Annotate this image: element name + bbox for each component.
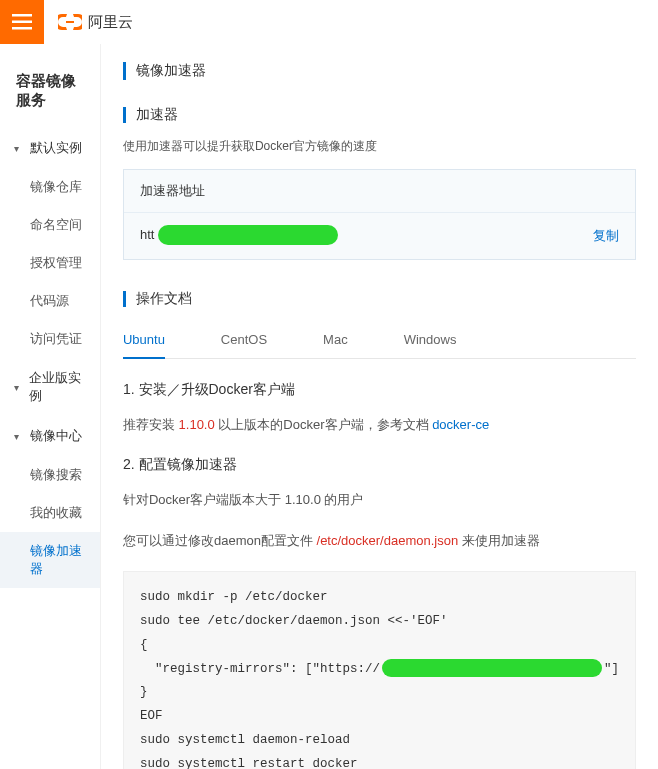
- sidebar-section-head-default[interactable]: ▾ 默认实例: [0, 128, 100, 168]
- redacted-smear: [382, 659, 602, 677]
- svg-rect-0: [12, 14, 32, 17]
- tab-centos[interactable]: CentOS: [221, 322, 267, 359]
- version-text: 1.10.0: [179, 417, 215, 432]
- docs-section-head: 操作文档: [123, 290, 636, 308]
- sidebar-item-image-search[interactable]: 镜像搜索: [0, 456, 100, 494]
- doc-paragraph-1: 推荐安装 1.10.0 以上版本的Docker客户端，参考文档 docker-c…: [123, 415, 636, 436]
- chevron-down-icon: ▾: [14, 143, 24, 154]
- redacted-smear: [158, 225, 338, 245]
- title-bar-icon: [123, 291, 126, 307]
- sidebar: 容器镜像服务 ▾ 默认实例 镜像仓库 命名空间 授权管理 代码源 访问凭证 ▾ …: [0, 44, 101, 769]
- top-header: 阿里云: [0, 0, 658, 44]
- doc-paragraph-2: 针对Docker客户端版本大于 1.10.0 的用户: [123, 490, 636, 511]
- sidebar-section-image-center: ▾ 镜像中心 镜像搜索 我的收藏 镜像加速器: [0, 416, 100, 588]
- docker-ce-link[interactable]: docker-ce: [432, 417, 489, 432]
- chevron-down-icon: ▾: [14, 431, 24, 442]
- menu-toggle-button[interactable]: [0, 0, 44, 44]
- sidebar-section-enterprise: ▾ 企业版实例: [0, 358, 100, 416]
- tab-mac[interactable]: Mac: [323, 322, 348, 359]
- accelerator-section-title: 加速器: [136, 106, 178, 124]
- doc-heading-1: 1. 安装／升级Docker客户端: [123, 381, 636, 399]
- sidebar-section-head-enterprise[interactable]: ▾ 企业版实例: [0, 358, 100, 416]
- docs-section-title: 操作文档: [136, 290, 192, 308]
- accelerator-section-head: 加速器: [123, 106, 636, 124]
- page-title: 镜像加速器: [136, 62, 206, 80]
- accelerator-url-box-title: 加速器地址: [124, 170, 635, 213]
- svg-rect-1: [12, 21, 32, 24]
- hamburger-icon: [12, 14, 32, 30]
- accelerator-url-value: htt: [140, 227, 340, 245]
- doc-heading-2: 2. 配置镜像加速器: [123, 456, 636, 474]
- chevron-down-icon: ▾: [14, 382, 23, 393]
- title-bar-icon: [123, 62, 126, 80]
- svg-rect-2: [12, 27, 32, 30]
- tab-ubuntu[interactable]: Ubuntu: [123, 322, 165, 359]
- aliyun-logo-icon: [58, 12, 82, 32]
- page-title-wrap: 镜像加速器: [123, 62, 636, 80]
- brand-logo[interactable]: 阿里云: [44, 12, 133, 32]
- sidebar-item-credentials[interactable]: 访问凭证: [0, 320, 100, 358]
- content-area: 镜像加速器 加速器 使用加速器可以提升获取Docker官方镜像的速度 加速器地址…: [101, 44, 658, 769]
- copy-button[interactable]: 复制: [593, 227, 619, 245]
- sidebar-item-image-repo[interactable]: 镜像仓库: [0, 168, 100, 206]
- code-block: sudo mkdir -p /etc/dockersudo tee /etc/d…: [123, 571, 636, 769]
- sidebar-section-default: ▾ 默认实例 镜像仓库 命名空间 授权管理 代码源 访问凭证: [0, 128, 100, 358]
- tab-windows[interactable]: Windows: [404, 322, 457, 359]
- sidebar-item-code-source[interactable]: 代码源: [0, 282, 100, 320]
- title-bar-icon: [123, 107, 126, 123]
- sidebar-title: 容器镜像服务: [0, 62, 100, 128]
- os-tabs: Ubuntu CentOS Mac Windows: [123, 322, 636, 359]
- sidebar-item-my-favorites[interactable]: 我的收藏: [0, 494, 100, 532]
- accelerator-desc: 使用加速器可以提升获取Docker官方镜像的速度: [123, 138, 636, 155]
- config-path: /etc/docker/daemon.json: [317, 533, 459, 548]
- doc-paragraph-3: 您可以通过修改daemon配置文件 /etc/docker/daemon.jso…: [123, 531, 636, 552]
- accelerator-url-box: 加速器地址 htt 复制: [123, 169, 636, 260]
- brand-text: 阿里云: [88, 13, 133, 32]
- sidebar-item-image-accelerator[interactable]: 镜像加速器: [0, 532, 100, 588]
- sidebar-item-auth[interactable]: 授权管理: [0, 244, 100, 282]
- sidebar-item-namespace[interactable]: 命名空间: [0, 206, 100, 244]
- sidebar-section-head-image-center[interactable]: ▾ 镜像中心: [0, 416, 100, 456]
